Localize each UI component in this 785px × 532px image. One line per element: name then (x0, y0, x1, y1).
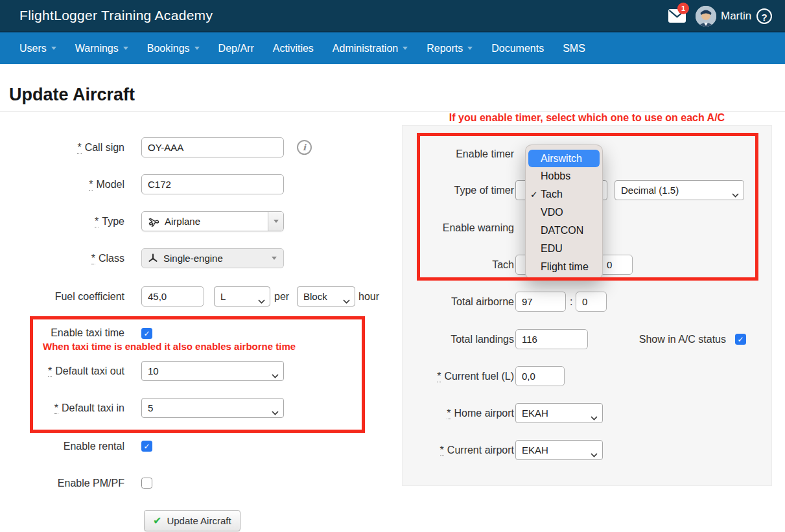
chevron-down-icon (272, 369, 279, 380)
show-in-ac-status-checkbox[interactable] (735, 334, 746, 345)
main-nav: Users Warnings Bookings Dep/Arr Activiti… (0, 32, 785, 64)
chevron-down-icon (194, 47, 200, 50)
required-asterisk: * (95, 216, 99, 227)
fuel-coefficient-input[interactable] (141, 286, 204, 306)
chevron-down-icon (51, 47, 56, 50)
type-label: *Type (0, 211, 124, 231)
enable-taxi-label: Enable taxi time (0, 323, 124, 343)
nav-item-activities[interactable]: Activities (273, 43, 314, 54)
chevron-down-icon (272, 406, 279, 417)
required-asterisk: * (54, 402, 58, 414)
total-landings-input[interactable] (515, 329, 588, 349)
class-combobox[interactable]: Single-engine (141, 248, 284, 268)
current-airport-label: *Current airport (399, 440, 514, 460)
green-check-icon: ✔ (153, 515, 161, 527)
nav-item-dep-arr[interactable]: Dep/Arr (218, 43, 254, 54)
home-airport-select[interactable]: EKAH (515, 403, 603, 423)
dropdown-option-tach[interactable]: Tach (526, 185, 602, 203)
timer-dropdown-menu: Airswitch Hobbs Tach VDO DATCON EDU Flig… (525, 145, 603, 279)
chevron-down-icon (274, 220, 279, 223)
fuel-basis-select[interactable]: Block (297, 286, 355, 306)
type-combobox[interactable]: Airplane (141, 211, 284, 231)
model-label: *Model (0, 174, 124, 194)
mail-button[interactable]: 1 (668, 9, 688, 25)
total-airborne-label: Total airborne (399, 292, 514, 312)
chevron-down-icon (343, 295, 350, 306)
enable-rental-checkbox[interactable] (141, 441, 152, 452)
chevron-down-icon (258, 295, 265, 306)
user-name[interactable]: Martin (721, 0, 751, 32)
update-aircraft-button[interactable]: ✔ Update Aircraft (144, 510, 240, 531)
airplane-icon (148, 216, 159, 227)
avatar-image (696, 6, 716, 27)
tach-input[interactable] (600, 255, 633, 275)
enable-taxi-checkbox[interactable] (141, 328, 152, 339)
mail-badge: 1 (677, 3, 689, 14)
user-avatar[interactable] (696, 6, 716, 27)
fuel-unit-select[interactable]: L (214, 286, 270, 306)
enable-warning-label: Enable warning (399, 218, 514, 238)
required-asterisk: * (77, 142, 81, 154)
call-sign-input[interactable] (141, 137, 284, 157)
required-asterisk: * (91, 253, 95, 264)
home-airport-label: *Home airport (399, 403, 514, 423)
chevron-down-icon (123, 47, 128, 50)
type-dropdown-button[interactable] (268, 212, 283, 231)
dropdown-option-hobbs[interactable]: Hobbs (526, 167, 602, 185)
default-taxi-in-select[interactable]: 5 (141, 398, 284, 418)
type-of-timer-label: Type of timer (399, 180, 514, 200)
default-taxi-out-label: *Default taxi out (0, 361, 124, 381)
required-asterisk: * (48, 365, 52, 377)
flightlogger-app: FlightLogger Training Academy 1 Martin ?… (0, 0, 785, 532)
chevron-down-icon (467, 47, 473, 50)
chevron-down-icon (591, 448, 598, 459)
current-fuel-input[interactable] (515, 366, 565, 386)
nav-item-users[interactable]: Users (19, 43, 56, 54)
hour-text: hour (358, 286, 379, 306)
default-taxi-in-label: *Default taxi in (0, 398, 124, 418)
enable-timer-label: Enable timer (399, 144, 514, 164)
chevron-down-icon (591, 411, 598, 422)
nav-item-reports[interactable]: Reports (427, 43, 473, 54)
dropdown-option-vdo[interactable]: VDO (526, 203, 602, 222)
chevron-down-icon (272, 257, 277, 260)
chevron-down-icon (403, 47, 408, 50)
timer-annotation-text: If you enable timer, select which one to… (402, 112, 772, 124)
dropdown-option-flight-time[interactable]: Flight time (526, 258, 602, 276)
nav-item-sms[interactable]: SMS (563, 43, 585, 54)
default-taxi-out-select[interactable]: 10 (141, 361, 284, 381)
nav-item-documents[interactable]: Documents (491, 43, 544, 54)
page-title: Update Aircraft (9, 85, 135, 105)
fuel-coefficient-label: Fuel coefficient (0, 286, 124, 306)
total-airborne-minutes-input[interactable] (576, 292, 607, 312)
class-value: Single-engine (163, 253, 223, 264)
required-asterisk: * (437, 371, 441, 382)
tach-label: Tach (399, 255, 514, 275)
dropdown-option-airswitch[interactable]: Airswitch (528, 150, 600, 167)
enable-pmpf-label: Enable PM/PF (0, 473, 124, 493)
dropdown-option-edu[interactable]: EDU (526, 240, 602, 258)
current-airport-select[interactable]: EKAH (515, 440, 603, 460)
chevron-down-icon (732, 189, 739, 200)
required-asterisk: * (447, 408, 451, 419)
current-fuel-label: *Current fuel (L) (399, 366, 514, 386)
brand-logo[interactable]: FlightLogger Training Academy (19, 0, 213, 31)
total-landings-label: Total landings (399, 329, 514, 349)
timer-format-select[interactable]: Decimal (1.5) (615, 180, 744, 200)
required-asterisk: * (440, 445, 444, 456)
info-icon[interactable]: i (297, 140, 312, 155)
enable-rental-label: Enable rental (0, 436, 124, 456)
nav-item-warnings[interactable]: Warnings (75, 43, 128, 54)
type-value: Airplane (165, 216, 200, 227)
enable-pmpf-checkbox[interactable] (141, 478, 152, 489)
total-airborne-hours-input[interactable] (515, 292, 566, 312)
call-sign-label: *Call sign (0, 137, 124, 157)
nav-item-administration[interactable]: Administration (333, 43, 408, 54)
show-in-ac-status-label: Show in A/C status (603, 329, 726, 349)
model-input[interactable] (141, 174, 284, 194)
app-header: FlightLogger Training Academy 1 Martin ? (0, 0, 785, 32)
dropdown-option-datcon[interactable]: DATCON (526, 222, 602, 240)
nav-item-bookings[interactable]: Bookings (147, 43, 200, 54)
help-icon[interactable]: ? (756, 8, 772, 24)
taxi-time-note: When taxi time is enabled it also enable… (43, 341, 296, 352)
